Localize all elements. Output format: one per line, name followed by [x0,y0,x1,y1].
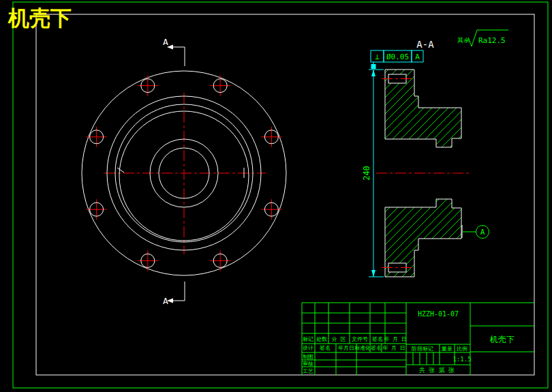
fcf-datum-ref: A [415,52,420,61]
fcf-tolerance: Ø0.05 [386,52,409,61]
tb-header-qianming: 签名 [372,336,383,342]
tb-nianyueri2: 年月日 [338,345,354,351]
surface-note-text: 其余 [457,37,470,44]
section-letter-top: A [163,37,168,47]
tb-qianming2: 签名 [320,345,331,351]
tb-weight: 重量 [441,346,453,352]
section-letter-bottom: A [163,296,168,306]
tb-stage-mark: 阶段标记 [412,346,433,352]
tb-scale-value: 1:1.5 [453,356,471,363]
cad-canvas: 机壳下 A A [0,0,552,392]
tb-part-name: 机壳下 [489,335,515,344]
datum-a-letter: A [480,228,485,237]
tb-zhitu: 制图 [303,354,313,360]
tb-header-nianyueri: 年 月 日 [384,336,407,342]
fcf-leader-grip [371,64,376,69]
page-title: 机壳下 [7,5,72,30]
section-view-label: A-A [416,39,434,50]
roughness-value: Ra12.5 [478,36,506,45]
tb-biaozhunhua: 标准化 [354,345,371,351]
tb-qianming3: 签名 [371,345,382,351]
drawing-background [0,0,552,392]
tb-sheji: 设计 [303,345,313,351]
fcf-symbol: ⊥ [375,52,380,61]
tb-header-biaoji: 标记 [303,336,313,342]
tb-header-fenqu: 分 区 [332,336,346,342]
tb-shenhe: 审核 [303,361,313,367]
tb-scale-label: 比例 [457,346,467,352]
tb-nianyueri3: 年 月 日 [382,345,405,351]
tb-drawing-number: HZZH-01-07 [418,310,459,318]
tb-sheet-note: 共 张 第 张 [419,367,455,374]
tb-header-wenjianhao: 文件号 [352,336,368,342]
dim-240-text: 240 [362,166,371,181]
tb-gongyi: 工艺 [303,368,313,374]
tb-header-chushu: 处数 [316,336,327,342]
